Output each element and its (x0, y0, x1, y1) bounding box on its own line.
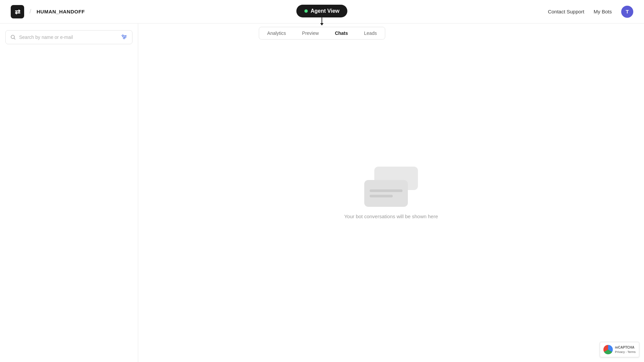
tab-leads[interactable]: Leads (356, 27, 385, 39)
breadcrumb-separator: / (30, 8, 31, 15)
tab-chats[interactable]: Chats (327, 27, 356, 39)
bot-name: HUMAN_HANDOFF (37, 9, 85, 14)
svg-point-5 (122, 35, 123, 36)
filter-icon[interactable] (121, 34, 127, 41)
agent-view-status-dot (305, 9, 308, 13)
empty-state-text: Your bot conversations will be shown her… (344, 214, 438, 219)
logo-box: ⇄ (11, 5, 24, 18)
chat-illustration (364, 167, 418, 207)
svg-line-1 (14, 38, 15, 40)
svg-point-7 (123, 38, 125, 39)
chat-line-2 (370, 195, 393, 197)
header: ⇄ / HUMAN_HANDOFF Agent View Analytics P… (0, 0, 644, 23)
search-input[interactable] (19, 35, 117, 40)
my-bots-link[interactable]: My Bots (594, 9, 612, 14)
empty-state: Your bot conversations will be shown her… (344, 167, 438, 219)
recaptcha-label: reCAPTCHA (615, 345, 636, 350)
recaptcha-badge: reCAPTCHA Privacy - Terms (600, 342, 639, 357)
agent-view-button[interactable]: Agent View (297, 5, 347, 17)
recaptcha-subtext: Privacy - Terms (615, 350, 636, 354)
sidebar (0, 23, 138, 362)
header-right: Contact Support My Bots T (548, 6, 633, 18)
tab-preview[interactable]: Preview (294, 27, 327, 39)
recaptcha-logo (603, 345, 613, 354)
arrow-connector (322, 17, 322, 23)
tab-analytics[interactable]: Analytics (259, 27, 294, 39)
chat-line-1 (370, 189, 402, 192)
header-center: Agent View Analytics Preview Chats Leads (259, 0, 385, 40)
main-layout: Your bot conversations will be shown her… (0, 23, 644, 362)
chat-bubble-front (364, 180, 408, 207)
agent-view-label: Agent View (311, 8, 339, 14)
header-left: ⇄ / HUMAN_HANDOFF (11, 5, 85, 18)
search-icon (10, 35, 16, 40)
contact-support-link[interactable]: Contact Support (548, 9, 584, 14)
tabs-bar: Analytics Preview Chats Leads (259, 27, 385, 40)
svg-point-6 (125, 36, 126, 38)
avatar[interactable]: T (621, 6, 633, 18)
main-content: Your bot conversations will be shown her… (138, 23, 644, 362)
recaptcha-text: reCAPTCHA Privacy - Terms (615, 345, 636, 354)
logo-icon: ⇄ (15, 8, 20, 16)
search-box (5, 30, 132, 44)
